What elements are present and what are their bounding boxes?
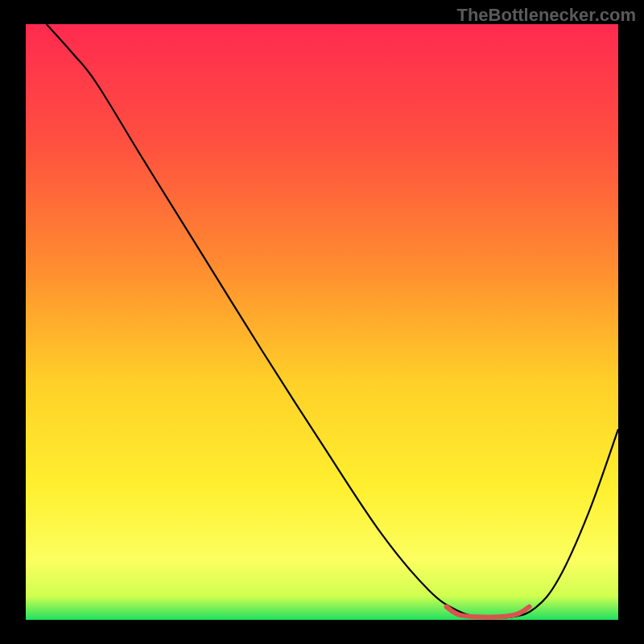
bottleneck-chart: [0, 0, 644, 644]
watermark-text: TheBottlenecker.com: [456, 5, 636, 26]
